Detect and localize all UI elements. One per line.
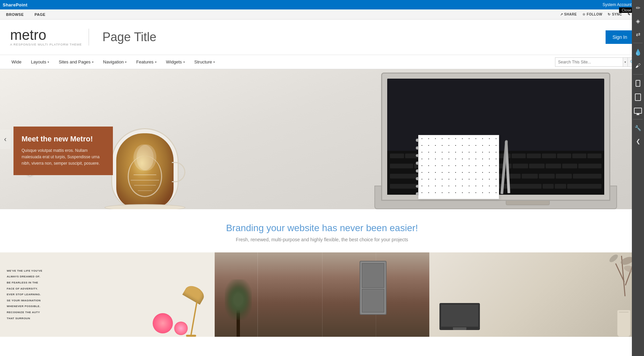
nav-item-widgets[interactable]: Widgets ▾ <box>161 55 190 69</box>
hero-title: Meet the new Metro! <box>22 135 105 143</box>
coffee-art-circle3 <box>136 144 157 171</box>
nav-item-navigation[interactable]: Navigation ▾ <box>98 55 131 69</box>
eraser-icon[interactable]: ◈ <box>632 16 644 26</box>
office-line1 <box>257 252 258 337</box>
card-item-2 <box>215 252 429 337</box>
sign-in-button[interactable]: Sign In <box>606 30 634 44</box>
header-logo-group: metro A RESPONSIVE MULTI PLATFORM THEME … <box>10 28 156 46</box>
share-icon: ↗ <box>560 12 563 16</box>
cabinet <box>360 261 387 315</box>
hero-content-box: Meet the new Metro! Quisque volutpat mat… <box>13 127 113 175</box>
coffee-art-line <box>133 174 156 175</box>
slider-prev-button[interactable]: ‹ <box>0 130 10 149</box>
hero-text: Quisque volutpat mattis eros. Nullam mal… <box>22 147 105 167</box>
notebook-dots <box>419 135 499 199</box>
droplet-icon[interactable]: 💧 <box>632 47 644 58</box>
coffee-handle <box>172 162 185 182</box>
brush-icon[interactable]: 🖌 <box>632 61 644 71</box>
logo-divider <box>89 29 89 46</box>
sync-icon: ↻ <box>608 12 611 16</box>
chevron-down-icon: ▾ <box>183 60 185 64</box>
coffee-saucer <box>104 204 185 209</box>
coffee-art-line4 <box>138 190 152 191</box>
close-panel-icon[interactable]: ❮ <box>632 136 644 146</box>
right-panel: ✏ ◈ ⇄ 💧 🖌 🔧 ❮ <box>632 0 644 356</box>
hero-slider: Meet the new Metro! Quisque volutpat mat… <box>0 69 644 209</box>
share-action[interactable]: ↗ SHARE <box>560 12 577 16</box>
panel-separator-2 <box>633 74 643 75</box>
promo-subtitle: Fresh, renewed, multi-purpose and highly… <box>7 237 637 242</box>
nav-items: Wide Layouts ▾ Sites and Pages ▾ Navigat… <box>7 55 220 69</box>
site-navigation: Wide Layouts ▾ Sites and Pages ▾ Navigat… <box>0 55 644 69</box>
nav-item-features[interactable]: Features ▾ <box>131 55 161 69</box>
site-header: metro A RESPONSIVE MULTI PLATFORM THEME … <box>0 20 644 55</box>
flower <box>153 313 188 337</box>
site-logo-name: metro <box>10 28 82 42</box>
site-logo-tagline: A RESPONSIVE MULTI PLATFORM THEME <box>10 43 82 46</box>
search-input[interactable] <box>555 60 623 64</box>
sharepoint-logo: SharePoint <box>3 2 28 7</box>
chevron-down-icon: ▾ <box>213 60 215 64</box>
chevron-down-icon: ▾ <box>155 60 157 64</box>
pencil-icon[interactable]: ✏ <box>632 3 644 13</box>
card-1-background: WE'VE THE LIFE YOU'VE ALWAYS DREAMED OF.… <box>0 252 215 337</box>
card-item-3 <box>429 252 644 337</box>
plant-silhouette <box>225 276 252 337</box>
nav-item-structure[interactable]: Structure ▾ <box>190 55 220 69</box>
follow-action[interactable]: ☆ FOLLOW <box>582 12 603 16</box>
promo-title: Branding your website has never been eas… <box>7 223 637 234</box>
ribbon-bar: BROWSE PAGE ↗ SHARE ☆ FOLLOW ↻ SYNC ✎ ED… <box>0 9 644 20</box>
nav-item-wide[interactable]: Wide <box>7 55 26 69</box>
edit-icon: ✎ <box>627 12 631 16</box>
tablet-icon[interactable] <box>632 91 644 103</box>
promo-section: Branding your website has never been eas… <box>0 209 644 252</box>
plant-branch <box>597 256 637 303</box>
phone-sm-icon[interactable] <box>632 78 644 89</box>
panel-separator-3 <box>633 119 643 119</box>
nav-item-sites-pages[interactable]: Sites and Pages ▾ <box>54 55 98 69</box>
card-2-background <box>215 252 429 337</box>
monitor-shape <box>439 303 480 330</box>
spiral-binding <box>416 135 419 199</box>
office-line2 <box>322 252 323 337</box>
chevron-down-icon: ▾ <box>92 60 94 64</box>
crosshair-icon[interactable]: ⇄ <box>632 29 644 39</box>
monitor-icon[interactable] <box>632 106 644 116</box>
search-box: ▾ 🔍 <box>555 57 637 67</box>
tools-icon[interactable]: 🔧 <box>632 123 644 133</box>
panel-separator-1 <box>633 43 643 43</box>
coffee-art-line2 <box>131 180 159 181</box>
sync-action[interactable]: ↻ SYNC <box>608 12 622 16</box>
star-icon: ☆ <box>582 12 586 16</box>
sharepoint-topbar: SharePoint System Account ▾ ⚙ Close <box>0 0 644 9</box>
ribbon-tab-page[interactable]: PAGE <box>33 11 48 18</box>
chevron-down-icon: ▾ <box>48 60 49 64</box>
card-3-background <box>429 252 644 337</box>
card-item-1: WE'VE THE LIFE YOU'VE ALWAYS DREAMED OF.… <box>0 252 215 337</box>
coffee-surface <box>116 133 174 208</box>
notebook <box>418 135 499 199</box>
coffee-cup-area <box>104 115 185 209</box>
site-logo-area: metro A RESPONSIVE MULTI PLATFORM THEME <box>10 28 82 46</box>
chevron-down-icon: ▾ <box>125 60 127 64</box>
vase <box>617 310 631 337</box>
search-dropdown-button[interactable]: ▾ <box>623 58 627 66</box>
coffee-cup <box>111 128 179 209</box>
system-account-button[interactable]: System Account ▾ <box>603 2 634 7</box>
coffee-art-line3 <box>134 185 156 186</box>
page-title: Page Title <box>102 30 156 44</box>
ribbon-tab-browse[interactable]: BROWSE <box>4 11 26 18</box>
nav-item-layouts[interactable]: Layouts ▾ <box>26 55 54 69</box>
cards-row: WE'VE THE LIFE YOU'VE ALWAYS DREAMED OF.… <box>0 252 644 337</box>
ribbon-actions: ↗ SHARE ☆ FOLLOW ↻ SYNC ✎ EDIT <box>560 12 640 16</box>
